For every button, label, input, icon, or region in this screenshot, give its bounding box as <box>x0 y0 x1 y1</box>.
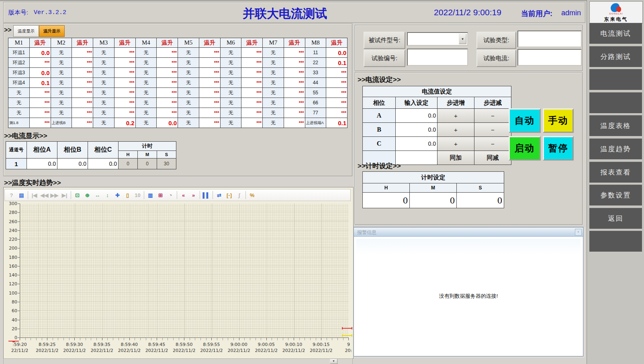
report-icon[interactable]: ▤ <box>16 191 27 199</box>
step-up-button[interactable]: + <box>438 123 474 137</box>
phase-input-value[interactable]: 0.0 <box>396 123 438 137</box>
sidebar-item-温度表格[interactable]: 温度表格 <box>589 115 642 136</box>
sidebar-item-blank-2 <box>589 69 642 90</box>
combobox-dropdown-icon[interactable]: ▼ <box>459 34 466 44</box>
alarm-panel: 报警信息 ▪ 没有到数据服务器的连接! <box>353 227 584 357</box>
rise-value: *** <box>241 68 263 78</box>
measure-point-name: 无 <box>135 48 157 58</box>
all-step-down-button[interactable]: 同减 <box>474 151 511 165</box>
timer-set-h-header: H <box>363 183 410 193</box>
manual-button[interactable]: 手动 <box>543 108 574 133</box>
rise-value: *** <box>114 68 135 78</box>
test-no-input[interactable] <box>407 49 468 66</box>
rise-value: *** <box>29 88 51 98</box>
chart-add-icon[interactable]: ⊞ <box>155 191 166 199</box>
auto-button[interactable]: 自动 <box>509 108 541 133</box>
chart-prev-icon[interactable]: « <box>178 191 188 199</box>
phase-a-value: 0.0 <box>27 159 57 169</box>
table-row: 环温10.0无***无***无***无***无***无***110.0 <box>8 48 348 58</box>
pause-icon[interactable]: ▌▌ <box>201 191 211 199</box>
sidebar-item-参数设置[interactable]: 参数设置 <box>589 185 642 205</box>
all-step-up-button[interactable]: 同加 <box>438 151 474 165</box>
step-up-button[interactable]: + <box>438 109 474 123</box>
timer-set-s-value[interactable]: 0 <box>457 193 504 208</box>
sidebar-item-分路测试[interactable]: 分路测试 <box>589 46 642 67</box>
rise-value: *** <box>241 88 263 98</box>
input-blank-cell[interactable] <box>396 151 438 165</box>
step-down-button[interactable]: − <box>474 123 511 137</box>
phase-input-value[interactable]: 0.0 <box>396 109 438 123</box>
alarm-panel-button[interactable]: ▪ <box>575 229 582 236</box>
pan-icon[interactable]: ✚ <box>112 191 123 199</box>
test-current-input[interactable] <box>517 49 582 66</box>
chart-plot-area[interactable] <box>20 203 349 338</box>
rise-value: *** <box>72 98 93 108</box>
rise-col-header: 温升 <box>29 38 51 48</box>
rise-value: 0.0 <box>326 48 348 58</box>
step-down-header: 步进减 <box>474 97 511 109</box>
panels-icon[interactable]: ▥ <box>145 191 155 199</box>
zoom-in-icon[interactable]: ⊕ <box>82 191 92 199</box>
timer-col-header: 计时 <box>119 142 176 151</box>
zoom-vertical-icon[interactable]: ↕ <box>102 191 112 199</box>
step-up-header: 步进增 <box>438 97 474 109</box>
tab-temperature-rise-display[interactable]: 温升显示 <box>39 25 65 37</box>
sidebar-item-电流测试[interactable]: 电流测试 <box>589 23 642 44</box>
timer-set-h-value[interactable]: 0 <box>363 193 410 208</box>
start-button[interactable]: 启动 <box>509 136 541 161</box>
chart-cursor-marker[interactable] <box>342 328 352 329</box>
timer-s-value: 30 <box>157 159 176 169</box>
horizontal-scrollbar[interactable]: ▼ <box>3 358 353 364</box>
alarm-titlebar: 报警信息 ▪ <box>354 228 583 237</box>
measure-point-name: 无 <box>135 78 157 88</box>
zoom-box-icon[interactable]: ⊡ <box>72 191 82 199</box>
timer-setting-header-row: H M S <box>363 183 504 193</box>
rise-value: *** <box>284 78 305 88</box>
timer-set-m-value[interactable]: 0 <box>410 193 457 208</box>
y-tick-label: 60 <box>5 308 17 313</box>
zoom-horizontal-icon[interactable]: ↔ <box>92 191 102 199</box>
clock-icon[interactable]: ◔ <box>166 191 176 199</box>
current-display-row: 1 0.0 0.0 0.0 0 0 30 <box>6 159 176 169</box>
sidebar-item-返回[interactable]: 返回 <box>589 208 642 229</box>
pause-button[interactable]: 暂停 <box>543 136 574 161</box>
input-setting-header: 输入设定 <box>396 97 438 109</box>
sidebar-item-温度趋势[interactable]: 温度趋势 <box>589 138 642 159</box>
measure-point-name: 无 <box>178 58 199 68</box>
alarm-message-area: 没有到数据服务器的连接! <box>356 239 581 354</box>
rise-value: *** <box>199 58 220 68</box>
scrollbar-down-button[interactable]: ▼ <box>330 359 337 364</box>
step-down-button[interactable]: − <box>474 109 511 123</box>
test-type-input[interactable] <box>517 31 582 47</box>
rise-value: *** <box>284 58 305 68</box>
chart-next-icon[interactable]: » <box>188 191 198 199</box>
device-model-combobox[interactable]: ▼ <box>407 32 468 46</box>
measure-point-name: 无 <box>8 88 30 98</box>
percent-icon[interactable]: % <box>247 191 257 199</box>
rise-value: *** <box>241 118 263 128</box>
step-up-button[interactable]: + <box>438 137 474 151</box>
measure-point-name: 无 <box>178 78 199 88</box>
rise-value: 0.2 <box>114 118 135 128</box>
y-tick-label: 260 <box>5 219 17 224</box>
toolbar-separator <box>200 191 200 199</box>
rewind-icon: ◀◀ <box>39 191 49 199</box>
app-window: { "header": { "version_label": "版本号:", "… <box>0 0 644 364</box>
rise-value: 0.0 <box>29 68 51 78</box>
phase-input-value[interactable]: 0.0 <box>396 137 438 151</box>
timer-m-header: M <box>138 151 157 159</box>
series-legend-dash <box>8 341 19 342</box>
rise-value: *** <box>72 48 93 58</box>
integral-icon: ∫ <box>234 191 244 199</box>
tab-temperature-display[interactable]: 温度显示 <box>13 25 39 37</box>
ruler-icon[interactable]: ▯ <box>123 191 133 199</box>
rise-value: *** <box>157 48 178 58</box>
rise-value: *** <box>29 58 51 68</box>
rise-value: *** <box>199 88 220 98</box>
bracket-icon[interactable]: [-] <box>224 191 234 199</box>
sidebar-item-报表查看[interactable]: 报表查看 <box>589 162 642 183</box>
toolbar-separator <box>144 191 144 199</box>
trend-section-title: >>温度实时趋势>> <box>4 178 61 187</box>
step-down-button[interactable]: − <box>474 137 511 151</box>
transfer-icon[interactable]: ⇄ <box>214 191 224 199</box>
